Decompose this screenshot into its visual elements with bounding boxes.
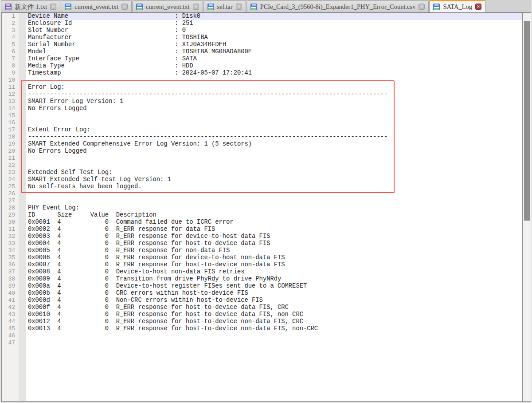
line-number: 9	[2, 70, 19, 77]
tab-sel-tar[interactable]: sel.tar✕	[203, 0, 246, 12]
code-line[interactable]: Media Type : HDD	[26, 63, 522, 70]
code-line[interactable]: 0x000b 4 0 CRC errors within host-to-dev…	[26, 290, 522, 297]
scrollbar-thumb[interactable]	[524, 21, 530, 221]
line-number: 4	[2, 34, 19, 41]
code-line[interactable]: 0x0010 4 0 R_ERR response for host-to-de…	[26, 311, 522, 318]
code-line[interactable]: Enclosure Id : 251	[26, 20, 522, 27]
code-line[interactable]: 0x0013 4 0 R_ERR response for host-to-de…	[26, 325, 522, 332]
code-line[interactable]: SMART Extended Self-test Log Version: 1	[26, 176, 522, 183]
close-tab-icon[interactable]: ✕	[419, 4, 425, 10]
line-number: 39	[2, 283, 19, 290]
code-line[interactable]: Interface Type : SATA	[26, 55, 522, 63]
line-number: 1	[2, 13, 19, 20]
code-line[interactable]: Error Log:	[26, 84, 522, 91]
line-number: 30	[2, 219, 19, 226]
floppy-save-icon	[136, 4, 143, 10]
line-number: 15	[2, 112, 19, 119]
text-content[interactable]: Device Name : Disk0Enclosure Id : 251Slo…	[26, 13, 522, 401]
code-line[interactable]	[26, 162, 522, 169]
code-line[interactable]	[26, 119, 522, 126]
line-number: 38	[2, 276, 19, 283]
line-number: 24	[2, 176, 19, 183]
code-line[interactable]: Slot Number : 0	[26, 27, 522, 34]
line-number: 47	[2, 340, 19, 347]
code-line[interactable]: 0x0002 4 0 R_ERR response for data FIS	[26, 226, 522, 233]
code-line[interactable]: No Errors Logged	[26, 105, 522, 112]
code-line[interactable]: ----------------------------------------…	[26, 134, 522, 141]
code-line[interactable]: ID Size Value Description	[26, 212, 522, 219]
code-line[interactable]	[26, 155, 522, 162]
code-line[interactable]: Extended Self Test Log:	[26, 169, 522, 176]
code-line[interactable]: SMART Extended Comprehensive Error Log V…	[26, 141, 522, 148]
code-line[interactable]: 0x000a 4 0 Device-to-host register FISes…	[26, 283, 522, 290]
tab-bar: 新文件 1.txt✕current_event.txt✕current_even…	[1, 0, 531, 13]
code-line[interactable]: Timestamp : 2024-05-07 17:20:41	[26, 70, 522, 77]
code-line[interactable]: 0x0004 4 0 R_ERR response for host-to-de…	[26, 240, 522, 247]
tab-label: PCIe_Card_3_(9560-8i)_Expander1_PHY_Erro…	[260, 3, 416, 11]
tab-sata-log[interactable]: SATA_Log✕	[429, 0, 485, 12]
code-line[interactable]: 0x0009 4 0 Transition from drive PhyRdy …	[26, 276, 522, 283]
code-line[interactable]: PHY Event Log:	[26, 205, 522, 212]
floppy-save-icon	[65, 4, 71, 10]
code-line[interactable]: No Errors Logged	[26, 148, 522, 155]
code-line[interactable]: Extent Error Log:	[26, 126, 522, 134]
line-number: 44	[2, 318, 19, 325]
code-line[interactable]: No self-tests have been logged.	[26, 183, 522, 190]
code-line[interactable]: Serial Number : X1J0A34BFDEH	[26, 41, 522, 48]
line-number: 16	[2, 119, 19, 126]
editor-area: 1234567891011121314151617181920212223242…	[1, 13, 531, 402]
code-line[interactable]: 0x0003 4 0 R_ERR response for device-to-…	[26, 233, 522, 240]
line-number: 20	[2, 148, 19, 155]
vertical-scrollbar[interactable]	[522, 13, 531, 401]
line-number: 46	[2, 332, 19, 340]
line-number: 3	[2, 27, 19, 34]
line-number: 14	[2, 105, 19, 112]
close-tab-icon[interactable]: ✕	[475, 4, 481, 10]
code-line[interactable]: Device Name : Disk0	[26, 13, 522, 20]
code-line[interactable]: 0x000f 4 0 R_ERR response for host-to-de…	[26, 304, 522, 311]
code-line[interactable]: SMART Error Log Version: 1	[26, 98, 522, 105]
tab-current-event-txt[interactable]: current_event.txt✕	[132, 0, 203, 12]
code-line[interactable]: 0x0007 4 0 R_ERR response for host-to-de…	[26, 261, 522, 269]
floppy-modified-icon	[5, 4, 12, 10]
line-number: 22	[2, 162, 19, 169]
code-line[interactable]	[26, 340, 522, 347]
code-line[interactable]: 0x0006 4 0 R_ERR response for device-to-…	[26, 254, 522, 261]
code-line[interactable]: 0x0005 4 0 R_ERR response for non-data F…	[26, 247, 522, 254]
line-number: 43	[2, 311, 19, 318]
close-tab-icon[interactable]: ✕	[193, 4, 199, 10]
close-tab-icon[interactable]: ✕	[236, 4, 242, 10]
line-number: 33	[2, 240, 19, 247]
floppy-save-icon	[250, 4, 257, 10]
notepad-window: 新文件 1.txt✕current_event.txt✕current_even…	[0, 0, 532, 403]
code-line[interactable]: Model : TOSHIBA MG08ADA800E	[26, 48, 522, 55]
line-number: 42	[2, 304, 19, 311]
line-number: 17	[2, 126, 19, 134]
code-line[interactable]: 0x0008 4 0 Device-to-host non-data FIS r…	[26, 269, 522, 276]
line-number: 34	[2, 247, 19, 254]
code-line[interactable]	[26, 190, 522, 198]
tab-1-txt[interactable]: 新文件 1.txt✕	[1, 0, 60, 12]
code-line[interactable]	[26, 332, 522, 340]
line-number: 40	[2, 290, 19, 297]
code-line[interactable]: 0x0012 4 0 R_ERR response for host-to-de…	[26, 318, 522, 325]
line-number: 11	[2, 84, 19, 91]
close-tab-icon[interactable]: ✕	[50, 4, 56, 10]
line-number: 13	[2, 98, 19, 105]
code-line[interactable]	[26, 77, 522, 84]
line-number: 41	[2, 297, 19, 304]
floppy-save-icon	[433, 4, 440, 10]
code-line[interactable]: ----------------------------------------…	[26, 91, 522, 98]
code-line[interactable]	[26, 112, 522, 119]
line-number: 5	[2, 41, 19, 48]
code-line[interactable]: 0x000d 4 0 Non-CRC errors within host-to…	[26, 297, 522, 304]
code-line[interactable]: 0x0001 4 0 Command failed due to ICRC er…	[26, 219, 522, 226]
tab-label: 新文件 1.txt	[15, 3, 47, 11]
line-number: 25	[2, 183, 19, 190]
tab-current-event-txt[interactable]: current_event.txt✕	[61, 0, 132, 12]
tab-pcie-card-3-9560-8i-expander1-phy-error-count-csv[interactable]: PCIe_Card_3_(9560-8i)_Expander1_PHY_Erro…	[246, 0, 429, 12]
close-tab-icon[interactable]: ✕	[121, 4, 128, 10]
line-number: 18	[2, 134, 19, 141]
code-line[interactable]: Manufacturer : TOSHIBA	[26, 34, 522, 41]
code-line[interactable]	[26, 198, 522, 205]
